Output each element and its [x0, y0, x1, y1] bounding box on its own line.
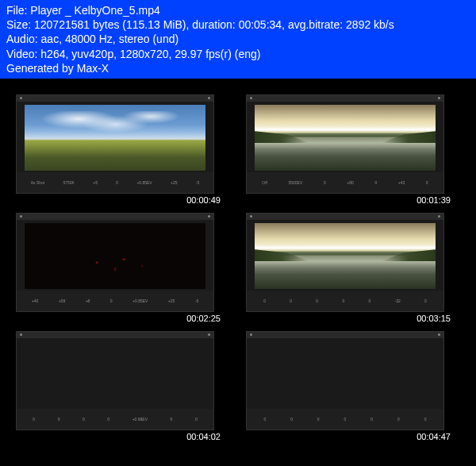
control-value: 0 — [30, 416, 37, 422]
size-line: Size: 120721581 bytes (115.13 MiB), dura… — [6, 17, 470, 32]
thumbnail-frame: +40 +58 +8 0 +0.85EV +25 -5 — [16, 213, 214, 312]
control-value: 0 — [287, 298, 294, 304]
thumbnail-frame: 0 0 0 0 0 0 0 — [246, 331, 444, 430]
control-value: -5 — [193, 298, 201, 304]
thumbnail-item: 0 0 0 0 0 -32 0 00:03:15 — [238, 213, 460, 323]
topbar-dot-icon — [20, 333, 22, 336]
control-value: +8 — [83, 298, 93, 304]
control-value: 0 — [56, 416, 63, 422]
control-value: +58 — [56, 298, 67, 304]
control-value: 0 — [108, 298, 115, 304]
control-value: -32 — [393, 298, 403, 304]
control-value: 0 — [193, 416, 200, 422]
control-value: -5 — [194, 179, 202, 186]
control-value: 0 — [288, 416, 295, 422]
video-line: Video: h264, yuv420p, 1280x720, 29.97 fp… — [6, 47, 470, 61]
preview-image — [255, 223, 436, 289]
control-value: +0.85EV — [134, 179, 154, 186]
topbar-dot-icon — [250, 97, 252, 99]
control-value: 0 — [261, 416, 268, 422]
editor-topbar — [247, 95, 443, 102]
control-value: +40 — [29, 298, 40, 304]
editor-controls: Off 5500EV 0 +80 0 +43 0 — [247, 172, 443, 193]
control-value: 0 — [321, 179, 328, 186]
thumbnail-frame: Off 5500EV 0 +80 0 +43 0 — [246, 94, 444, 194]
control-value: 0 — [113, 179, 121, 186]
control-value: 0 — [368, 416, 375, 422]
frame-timestamp: 00:03:15 — [238, 314, 460, 323]
control-value: Off — [259, 179, 270, 186]
frame-timestamp: 00:04:02 — [8, 432, 230, 441]
control-value: +0.85EV — [130, 298, 150, 304]
editor-topbar — [247, 214, 443, 220]
control-value: 5750K — [60, 179, 76, 186]
editor-topbar — [17, 95, 213, 102]
preview-image — [255, 105, 436, 171]
topbar-dot-icon — [20, 97, 22, 99]
thumbnail-item: Off 5500EV 0 +80 0 +43 0 00:01:39 — [238, 94, 460, 205]
editor-controls: 0 0 0 0 0 -32 0 — [247, 291, 443, 311]
control-value: +80 — [344, 179, 355, 186]
editor-controls: 0 0 0 0 +0.98EV 0 0 — [17, 409, 213, 429]
topbar-dot-icon — [20, 215, 22, 218]
thumbnail-item: As Shot 5750K +5 0 +0.85EV +25 -5 00:00:… — [8, 94, 230, 205]
frame-timestamp: 00:02:25 — [8, 314, 230, 323]
editor-controls: +40 +58 +8 0 +0.85EV +25 -5 — [17, 291, 213, 311]
topbar-dot-icon — [208, 97, 210, 99]
frame-timestamp: 00:01:39 — [238, 195, 460, 205]
control-value: 0 — [342, 416, 349, 422]
audio-line: Audio: aac, 48000 Hz, stereo (und) — [6, 32, 470, 46]
thumbnail-item: 0 0 0 0 0 0 0 00:04:47 — [238, 331, 460, 441]
preview-image — [25, 223, 205, 289]
control-value: 0 — [340, 298, 347, 304]
file-line: File: Player _ KelbyOne_5.mp4 — [6, 3, 470, 17]
control-value: 0 — [313, 298, 321, 304]
frame-timestamp: 00:04:47 — [238, 432, 460, 441]
topbar-dot-icon — [438, 97, 440, 99]
topbar-dot-icon — [250, 333, 252, 336]
control-value: 0 — [315, 416, 322, 422]
control-value: 0 — [366, 298, 373, 304]
control-value: 0 — [105, 416, 112, 422]
thumbnail-item: 0 0 0 0 +0.98EV 0 0 00:04:02 — [8, 331, 230, 441]
editor-topbar — [247, 332, 443, 338]
control-value: 0 — [424, 179, 431, 186]
topbar-dot-icon — [250, 215, 252, 218]
control-value: +43 — [396, 179, 407, 186]
thumbnail-frame: As Shot 5750K +5 0 +0.85EV +25 -5 — [16, 94, 214, 194]
topbar-dot-icon — [208, 333, 210, 336]
control-value: 0 — [422, 416, 429, 422]
control-value: As Shot — [29, 179, 48, 186]
thumbnail-grid: As Shot 5750K +5 0 +0.85EV +25 -5 00:00:… — [0, 79, 476, 457]
metadata-header: File: Player _ KelbyOne_5.mp4 Size: 1207… — [0, 0, 476, 79]
thumbnail-frame: 0 0 0 0 +0.98EV 0 0 — [16, 331, 214, 430]
control-value: +25 — [166, 298, 177, 304]
control-value: 0 — [422, 298, 429, 304]
control-value: 5500EV — [286, 179, 305, 186]
control-value: 0 — [168, 416, 175, 422]
topbar-dot-icon — [438, 333, 440, 336]
control-value: 0 — [395, 416, 402, 422]
control-value: +0.98EV — [130, 416, 150, 422]
topbar-dot-icon — [438, 215, 440, 218]
control-value: 0 — [372, 179, 379, 186]
generated-line: Generated by Max-X — [6, 61, 470, 75]
control-value: 0 — [80, 416, 87, 422]
control-value: +5 — [90, 179, 100, 186]
control-value: 0 — [261, 298, 268, 304]
editor-controls: As Shot 5750K +5 0 +0.85EV +25 -5 — [17, 172, 213, 193]
thumbnail-frame: 0 0 0 0 0 -32 0 — [246, 213, 444, 312]
thumbnail-item: +40 +58 +8 0 +0.85EV +25 -5 00:02:25 — [8, 213, 230, 323]
topbar-dot-icon — [208, 215, 210, 218]
editor-topbar — [17, 332, 213, 338]
editor-topbar — [17, 214, 213, 220]
control-value: +25 — [168, 179, 179, 186]
frame-timestamp: 00:00:49 — [8, 195, 230, 205]
editor-controls: 0 0 0 0 0 0 0 — [247, 409, 443, 429]
preview-image — [25, 105, 205, 171]
